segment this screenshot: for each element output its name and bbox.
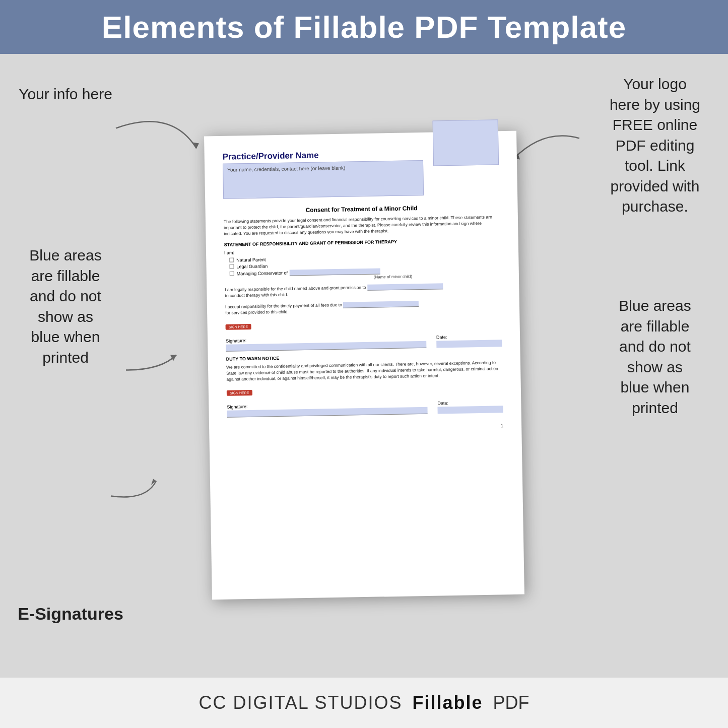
annotation-your-info: Your info here [10, 84, 121, 105]
page-footer: CC DIGITAL STUDIOS Fillable PDF [0, 678, 728, 728]
pdf-duty-text: We are committed to the confidentiality … [226, 359, 502, 382]
svg-marker-1 [170, 355, 176, 361]
annotation-esignatures: E-Signatures [15, 603, 126, 626]
pdf-date-field2 [437, 406, 503, 414]
footer-pdf-label: PDF [493, 692, 530, 713]
pdf-practice-name: Practice/Provider Name [222, 148, 423, 162]
pdf-checkbox-icon2 [229, 264, 234, 269]
pdf-sig-section2: Signature: Date: [227, 396, 503, 418]
pdf-esign-btn1: SIGN HERE [225, 320, 251, 331]
svg-marker-2 [151, 479, 156, 485]
pdf-date-block1: Date: [436, 330, 502, 347]
annotation-blue-areas-right: Blue areas are fillable and do not show … [587, 296, 723, 418]
pdf-intro-text: The following statements provide your le… [223, 214, 500, 237]
pdf-practice-info: Practice/Provider Name Your name, creden… [222, 148, 424, 198]
pdf-doc-title: Consent for Treatment of a Minor Child [223, 203, 499, 215]
pdf-info-box: Your name, credentials, contact here (or… [222, 160, 423, 198]
pdf-page-number: 1 [227, 423, 503, 433]
pdf-sig-block1: Signature: [225, 332, 426, 351]
pdf-conservator-label: Managing Conservator of [236, 270, 287, 276]
annotation-logo-info: Your logo here by using FREE online PDF … [587, 74, 723, 217]
pdf-signature-field2 [227, 407, 427, 418]
page-title: Elements of Fillable PDF Template [15, 9, 713, 45]
pdf-sig-section1: Signature: Date: [225, 330, 501, 351]
page-header: Elements of Fillable PDF Template [0, 0, 728, 54]
pdf-body2: I am legally responsible for the child n… [225, 282, 501, 299]
pdf-minor-name-field [289, 268, 380, 276]
pdf-date-field1 [436, 339, 502, 347]
pdf-sig-row2: SIGN HERE [226, 382, 502, 398]
pdf-sig-row1: SIGN HERE [225, 316, 501, 331]
pdf-header-section: Practice/Provider Name Your name, creden… [222, 147, 499, 199]
svg-marker-0 [192, 143, 199, 149]
pdf-document: Practice/Provider Name Your name, creden… [204, 130, 524, 600]
pdf-section2-heading: DUTY TO WARN NOTICE [226, 351, 502, 361]
pdf-date-block2: Date: [437, 396, 503, 414]
annotation-blue-areas-left: Blue areas are fillable and do not show … [5, 245, 126, 368]
footer-brand-name: CC DIGITAL STUDIOS [198, 692, 402, 713]
main-content: Your info here Blue areas are fillable a… [0, 54, 728, 666]
pdf-signature-field1 [226, 341, 426, 351]
pdf-logo-area [432, 119, 499, 166]
pdf-sig-block2: Signature: [227, 398, 427, 418]
pdf-section1-heading: STATEMENT OF RESPONSIBILITY AND GRANT OF… [224, 237, 500, 247]
pdf-natural-parent-label: Natural Parent [236, 257, 266, 262]
pdf-checkbox-icon [229, 257, 234, 262]
pdf-esign-btn2: SIGN HERE [226, 387, 252, 398]
pdf-therapist-field1 [367, 283, 442, 290]
pdf-body3: I accept responsibility for the timely p… [225, 299, 501, 316]
pdf-checkbox-icon3 [229, 271, 234, 276]
pdf-legal-guardian-label: Legal Guardian [236, 263, 268, 269]
pdf-info-label: Your name, credentials, contact here (or… [227, 164, 419, 173]
footer-fillable-label: Fillable [413, 692, 483, 713]
pdf-therapist-field2 [343, 300, 419, 308]
